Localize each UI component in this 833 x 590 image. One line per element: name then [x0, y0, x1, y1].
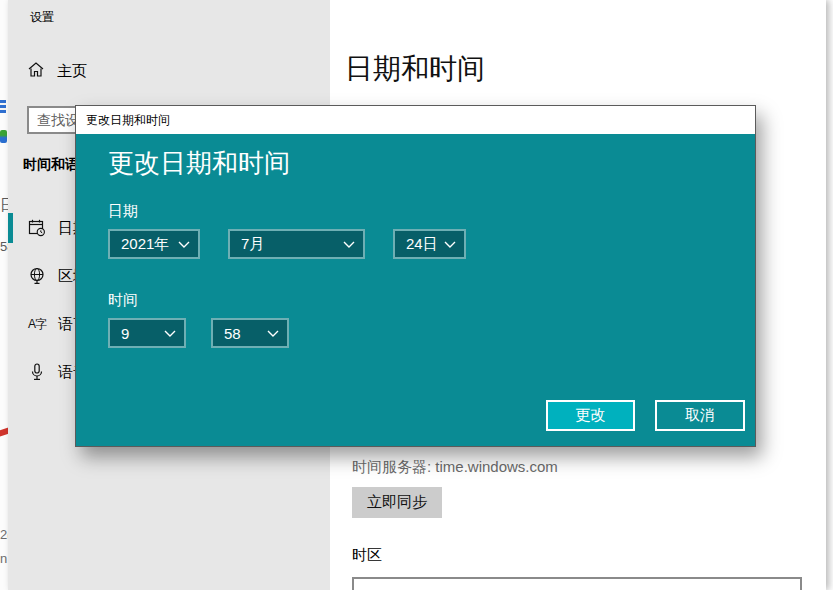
chevron-down-icon	[164, 330, 176, 337]
calendar-clock-icon	[28, 219, 46, 237]
date-label: 日期	[108, 202, 138, 221]
home-icon	[28, 62, 44, 81]
language-icon: A字	[28, 315, 46, 333]
year-select-value: 2021年	[121, 235, 169, 254]
fragment-text: 58	[0, 239, 8, 254]
fragment-logo	[0, 130, 7, 143]
chevron-down-icon	[178, 241, 190, 248]
background-window-sliver: 日 58 2( n	[0, 0, 8, 590]
home-label: 主页	[57, 62, 87, 81]
sync-now-button[interactable]: 立即同步	[352, 487, 442, 518]
change-button[interactable]: 更改	[546, 400, 635, 431]
dialog-titlebar: 更改日期和时间	[76, 106, 755, 134]
fragment-text: 日	[0, 196, 8, 215]
chevron-down-icon	[343, 241, 355, 248]
window-title: 设置	[30, 9, 54, 26]
month-select-value: 7月	[241, 235, 264, 254]
microphone-icon	[28, 363, 46, 381]
sidebar-item-home[interactable]: 主页	[28, 62, 87, 81]
time-zone-combobox[interactable]	[352, 577, 802, 590]
page-title: 日期和时间	[345, 50, 485, 88]
chevron-down-icon	[444, 241, 456, 248]
fragment-text: 2(	[0, 527, 8, 542]
minute-select-value: 58	[224, 325, 241, 342]
time-server-text: 时间服务器: time.windows.com	[352, 458, 558, 477]
change-date-time-dialog: 更改日期和时间 更改日期和时间 日期 2021年 7月 24日 时间 9 58 …	[75, 105, 756, 447]
time-label: 时间	[108, 291, 138, 310]
dialog-title: 更改日期和时间	[76, 112, 170, 129]
chevron-down-icon	[267, 330, 279, 337]
minute-select[interactable]: 58	[211, 318, 289, 348]
year-select[interactable]: 2021年	[108, 229, 200, 259]
hour-select[interactable]: 9	[108, 318, 186, 348]
hour-select-value: 9	[121, 325, 129, 342]
globe-icon	[28, 267, 46, 285]
day-select-value: 24日	[406, 235, 438, 254]
fragment-text: n	[0, 551, 8, 566]
month-select[interactable]: 7月	[228, 229, 365, 259]
time-zone-label: 时区	[352, 546, 382, 565]
fragment-blue-glyph	[0, 100, 6, 113]
day-select[interactable]: 24日	[393, 229, 466, 259]
cancel-button[interactable]: 取消	[655, 400, 745, 431]
dialog-heading: 更改日期和时间	[108, 146, 290, 181]
